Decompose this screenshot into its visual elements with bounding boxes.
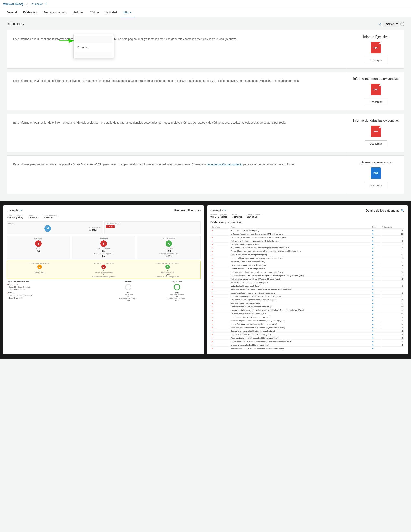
table-row: ● Resources should be closed (java) ◉ 34 bbox=[211, 229, 404, 232]
table-row: ● Database queries should not be vulnera… bbox=[211, 236, 404, 239]
star-icon[interactable]: ☆ bbox=[26, 2, 28, 6]
branch-selector-icon: ⎇ bbox=[378, 22, 381, 26]
download-button-issues-summary[interactable]: Descargar bbox=[365, 98, 387, 105]
col-count: # Evidencias bbox=[382, 226, 404, 229]
product-docs-link[interactable]: documentación del producto bbox=[207, 163, 243, 166]
table-row: ● Instances should not define static fie… bbox=[211, 281, 404, 284]
duplications-preview: Duplicados 1,6% Bloques duplicados 21 Du… bbox=[153, 281, 201, 302]
nav-item-general[interactable]: General bbox=[3, 8, 20, 17]
col-rule: Regla bbox=[230, 226, 371, 229]
dropdown-blur-bottom bbox=[75, 52, 112, 57]
branch-select-dropdown[interactable]: master bbox=[383, 21, 399, 27]
branch-info: ⎇ master bbox=[31, 2, 43, 6]
table-row: ● TestCases should contain tests (java) … bbox=[211, 243, 404, 246]
report-custom-right: Informe Personalizado ODT Descargar bbox=[347, 156, 404, 194]
table-row: ● Sections of code should not be comment… bbox=[211, 305, 404, 308]
chevron-down-icon: ▼ bbox=[130, 11, 132, 14]
coverage-duplications-column: Cobertura 0% Test validars 221 Cobertura… bbox=[104, 281, 201, 302]
nav-dropdown: Reporting bbox=[73, 34, 114, 58]
page-header: Informes ⎇ master ? bbox=[0, 17, 411, 27]
nav-item-security-hotspots[interactable]: Security Hotspots bbox=[40, 8, 69, 17]
col-type: Tipo bbox=[371, 226, 381, 229]
severity-column: Evidencias por Severidad ● Bloqueante Bu… bbox=[7, 281, 103, 302]
navigation: General Evidencias Security Hotspots Med… bbox=[0, 8, 411, 17]
odt-icon-custom: ODT bbox=[371, 168, 381, 179]
table-row: ● Generic exceptions should never be thr… bbox=[211, 316, 404, 319]
issues-card-header: sonarqube〜 Detalle de las evidencias 🔍 bbox=[210, 209, 404, 212]
nav-item-actividad[interactable]: Actividad bbox=[102, 8, 120, 17]
nav-item-codigo[interactable]: Código bbox=[86, 8, 102, 17]
table-row: ● HTTP referers should not be relied on … bbox=[211, 264, 404, 267]
table-row: ● Raw types should not be used (java) ◉ … bbox=[211, 302, 404, 305]
report-issues-summary: Este informe en PDF extiende el informe … bbox=[7, 72, 404, 110]
table-row: ● Redundant pairs of parentheses should … bbox=[211, 337, 404, 340]
new-code-box: Fiabilidad en código nuevo B 4 Nuevos Bu… bbox=[7, 261, 201, 279]
table-row: ● String function use should be optimize… bbox=[211, 326, 404, 329]
branch-name: master bbox=[35, 2, 43, 6]
download-button-custom[interactable]: Descargar bbox=[365, 182, 387, 189]
branch-selector: ⎇ master ? bbox=[378, 21, 404, 27]
add-project-button[interactable]: + bbox=[45, 2, 47, 6]
table-row: ● Source files should not have any dupli… bbox=[211, 323, 404, 326]
branch-icon: ⎇ bbox=[31, 2, 34, 6]
table-row: ● Try-catch blocks should not be nested … bbox=[211, 312, 404, 315]
report-all-issues-right: Informe de todas las evidencias PDF Desc… bbox=[347, 114, 404, 152]
report-issues-summary-description: Este informe en PDF extiende el informe … bbox=[7, 72, 347, 110]
nav-item-medidas[interactable]: Medidas bbox=[69, 8, 86, 17]
report-custom: Este informe personalizado utiliza una p… bbox=[7, 155, 404, 194]
svg-point-3 bbox=[174, 284, 180, 290]
quality-failed-badge: FAILED bbox=[106, 225, 115, 228]
table-row: ● @RequestMapping methods should specify… bbox=[211, 233, 404, 236]
table-row: ● I/O function calls should not be vulne… bbox=[211, 247, 404, 249]
table-row: ● Methods should not be empty (java) ◉ 1 bbox=[211, 285, 404, 288]
size-badge: M bbox=[45, 225, 51, 232]
issues-branch-meta: Rama ⎇ master bbox=[233, 214, 242, 218]
issues-report-preview: sonarqube〜 Detalle de las evidencias 🔍 N… bbox=[207, 205, 408, 354]
table-row: ● Unused assignments should be removed (… bbox=[211, 343, 404, 347]
exec-card-meta: Nombre del proyecto WebGoat (Demo) Rama … bbox=[7, 215, 201, 219]
reliability-grade: E bbox=[35, 240, 42, 247]
severity-section: Evidencias por Severidad ● Bloqueante Bu… bbox=[7, 281, 201, 302]
download-button-all-issues[interactable]: Descargar bbox=[365, 140, 387, 147]
table-row: ● @Override should be used on overriding… bbox=[211, 340, 404, 343]
exec-card-title: Resumen Ejecutivo bbox=[174, 209, 201, 212]
maintainability-card: Mantenibilidad A Code Smells 550 Ratio d… bbox=[137, 236, 201, 259]
new-security: Seguridad en código nuevo E 7 Nuevas Vul… bbox=[72, 262, 135, 278]
new-rel-grade: B bbox=[37, 265, 42, 269]
table-row: ● "Random" objects should be reused (jav… bbox=[211, 260, 404, 263]
table-row: ● Instance methods should not write to s… bbox=[211, 292, 404, 294]
app-name: WebGoat (Demo) bbox=[3, 3, 23, 6]
exec-card-header: sonarqube〜 Resumen Ejecutivo bbox=[7, 209, 201, 212]
issues-section-title: Evidencias por severidad bbox=[210, 220, 404, 224]
col-severity: Severidad bbox=[211, 226, 230, 229]
exec-project-meta: Nombre del proyecto WebGoat (Demo) bbox=[7, 215, 24, 219]
maintainability-grade: A bbox=[166, 240, 172, 247]
preview-section: sonarqube〜 Resumen Ejecutivo Nombre del … bbox=[0, 200, 411, 359]
table-row: ● XML parsers should not be vulnerable t… bbox=[211, 239, 404, 243]
table-row: ● Methods should not be too complex (jav… bbox=[211, 267, 404, 270]
nav-item-mas[interactable]: Más ▼ bbox=[120, 8, 135, 17]
exec-branch-meta: Rama ⎇ master bbox=[28, 215, 38, 219]
exec-quality-card: Umbral de calidad FAILED bbox=[104, 221, 201, 234]
new-maint-grade: A bbox=[165, 265, 170, 269]
table-row: ● Constant names should comply with a na… bbox=[211, 271, 404, 274]
table-row: ● Only static class initializers should … bbox=[211, 333, 404, 336]
reporting-label: Reporting bbox=[77, 46, 89, 49]
table-row: ● Standard outputs should not be used di… bbox=[211, 319, 404, 322]
dropdown-item-reporting[interactable]: Reporting bbox=[74, 43, 114, 51]
issues-date-meta: Fecha de Análisis 2020-05-08 bbox=[247, 214, 261, 218]
dropdown-blur-top bbox=[75, 36, 112, 43]
issues-card-logo: sonarqube〜 bbox=[210, 209, 226, 212]
exec-size-card: Tamaño M Líneas de Código 17.912 bbox=[7, 221, 103, 234]
app-logo: WebGoat (Demo) bbox=[3, 3, 23, 6]
nav-item-evidencias[interactable]: Evidencias bbox=[20, 8, 40, 17]
report-all-issues-description: Este informe en PDF extiende el informe … bbox=[7, 114, 347, 152]
download-button-executive[interactable]: Descargar bbox=[365, 57, 387, 63]
help-icon[interactable]: ? bbox=[400, 22, 404, 26]
new-sec-grade: E bbox=[101, 265, 106, 269]
report-issues-summary-right: Informe resumen de evidencias PDF Descar… bbox=[347, 72, 404, 110]
report-custom-title: Informe Personalizado bbox=[352, 161, 399, 164]
report-executive: Este informe en PDF contiene la informac… bbox=[7, 30, 404, 68]
reliability-card: Fiabilidad E Bugs 54 bbox=[7, 236, 70, 259]
table-row: ● Parameters should be passed in the cor… bbox=[211, 298, 404, 302]
